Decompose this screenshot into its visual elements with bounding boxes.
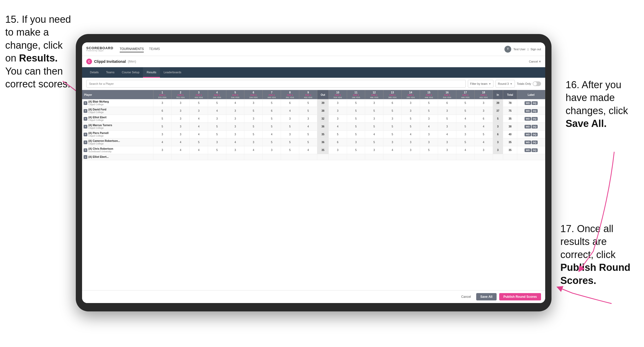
score-cell[interactable]: 5 — [347, 131, 365, 138]
score-cell[interactable]: 3 — [244, 138, 263, 146]
score-cell[interactable]: 3 — [226, 146, 244, 154]
label-button-wd[interactable]: WD — [525, 133, 531, 136]
score-cell[interactable]: 5 — [299, 131, 317, 138]
label-button-wd[interactable]: WD — [525, 148, 531, 152]
score-cell[interactable]: 3 — [263, 146, 281, 154]
score-cell[interactable]: 3 — [365, 115, 383, 123]
score-cell[interactable]: 5 — [263, 123, 281, 131]
score-cell[interactable]: 3 — [401, 138, 420, 146]
nav-tournaments[interactable]: TOURNAMENTS — [120, 46, 144, 52]
score-cell[interactable]: 3 — [171, 131, 190, 138]
score-cell[interactable]: 3 — [329, 99, 347, 107]
round-dropdown[interactable]: Round 3 ▼ — [496, 80, 515, 88]
score-cell[interactable]: 3 — [474, 99, 493, 107]
score-cell[interactable]: 5 — [299, 138, 317, 146]
score-cell[interactable]: 5 — [347, 115, 365, 123]
score-cell[interactable]: 5 — [420, 99, 438, 107]
score-cell[interactable]: 3 — [244, 115, 263, 123]
label-button-dq[interactable]: DQ — [532, 109, 538, 113]
score-cell[interactable]: 6 — [438, 99, 456, 107]
label-button-dq[interactable]: DQ — [532, 133, 538, 136]
score-cell[interactable]: 3 — [190, 107, 208, 115]
score-cell[interactable]: 3 — [420, 115, 438, 123]
score-cell[interactable]: 4 — [190, 123, 208, 131]
label-button-wd[interactable]: WD — [525, 101, 531, 105]
score-cell[interactable]: 5 — [383, 123, 402, 131]
score-cell[interactable]: 3 — [474, 107, 493, 115]
score-cell[interactable]: 5 — [456, 138, 475, 146]
score-cell[interactable]: 5 — [190, 99, 208, 107]
score-cell[interactable]: 4 — [383, 146, 402, 154]
score-cell[interactable]: 4 — [401, 131, 420, 138]
totals-only-switch[interactable] — [533, 81, 541, 86]
score-cell[interactable]: 3 — [299, 115, 317, 123]
score-cell[interactable]: 4 — [171, 146, 190, 154]
label-button-wd[interactable]: WD — [525, 109, 531, 113]
score-cell[interactable]: 3 — [171, 99, 190, 107]
score-cell[interactable]: 3 — [474, 146, 493, 154]
score-cell[interactable]: 5 — [244, 123, 263, 131]
score-cell[interactable]: 3 — [153, 99, 171, 107]
score-cell[interactable]: 3 — [329, 107, 347, 115]
score-cell[interactable]: 4 — [153, 138, 171, 146]
score-table-container[interactable]: Player 1PAR 4370 YDS 2PAR 5511 YDS 3PAR … — [82, 90, 545, 290]
score-cell[interactable]: 4 — [299, 146, 317, 154]
score-cell[interactable]: 6 — [263, 107, 281, 115]
score-cell[interactable]: 4 — [365, 131, 383, 138]
score-cell[interactable]: 3 — [226, 115, 244, 123]
score-cell[interactable]: 4 — [329, 123, 347, 131]
score-cell[interactable]: 5 — [329, 131, 347, 138]
label-button-dq[interactable]: DQ — [532, 141, 538, 144]
tab-course-setup[interactable]: Course Setup — [118, 67, 143, 78]
score-cell[interactable]: 3 — [347, 138, 365, 146]
score-cell[interactable]: 3 — [208, 138, 226, 146]
score-cell[interactable]: 5 — [365, 107, 383, 115]
label-button-dq[interactable]: DQ — [532, 125, 538, 128]
score-cell[interactable]: 5 — [383, 131, 402, 138]
score-cell[interactable]: 3 — [171, 115, 190, 123]
score-cell[interactable]: 5 — [438, 115, 456, 123]
score-cell[interactable]: 3 — [438, 123, 456, 131]
score-cell[interactable]: 5 — [347, 123, 365, 131]
score-cell[interactable]: 5 — [208, 146, 226, 154]
score-cell[interactable]: 5 — [456, 99, 475, 107]
score-cell[interactable]: 3 — [171, 107, 190, 115]
score-cell[interactable]: 5 — [365, 123, 383, 131]
tournament-cancel-button[interactable]: Cancel ✕ — [529, 60, 541, 63]
score-cell[interactable]: 5 — [244, 107, 263, 115]
score-cell[interactable]: 5 — [299, 107, 317, 115]
search-input[interactable] — [86, 80, 466, 88]
score-cell[interactable]: 5 — [347, 107, 365, 115]
score-cell[interactable]: 5 — [383, 107, 402, 115]
score-cell[interactable]: 3 — [153, 146, 171, 154]
label-button-wd[interactable]: WD — [525, 125, 531, 128]
score-cell[interactable]: 5 — [456, 107, 475, 115]
score-cell[interactable]: 3 — [329, 115, 347, 123]
score-cell[interactable]: 3 — [401, 146, 420, 154]
score-cell[interactable]: 4 — [420, 123, 438, 131]
score-cell[interactable]: 3 — [208, 115, 226, 123]
score-cell[interactable]: 6 — [329, 138, 347, 146]
tab-details[interactable]: Details — [86, 67, 102, 78]
score-cell[interactable]: 5 — [420, 146, 438, 154]
tab-teams[interactable]: Teams — [102, 67, 118, 78]
score-cell[interactable]: 5 — [263, 99, 281, 107]
score-cell[interactable]: 5 — [190, 138, 208, 146]
score-cell[interactable]: 4 — [474, 138, 493, 146]
cancel-action-button[interactable]: Cancel — [458, 293, 473, 300]
score-cell[interactable]: 4 — [474, 123, 493, 131]
score-cell[interactable]: 5 — [153, 123, 171, 131]
nav-teams[interactable]: TEAMS — [149, 46, 160, 52]
score-cell[interactable]: 3 — [153, 131, 171, 138]
score-cell[interactable]: 5 — [474, 131, 493, 138]
score-cell[interactable]: 6 — [474, 115, 493, 123]
score-cell[interactable]: 5 — [365, 138, 383, 146]
score-cell[interactable]: 4 — [226, 138, 244, 146]
score-cell[interactable]: 4 — [456, 146, 475, 154]
score-cell[interactable]: 5 — [263, 138, 281, 146]
score-cell[interactable]: 3 — [329, 146, 347, 154]
score-cell[interactable]: 3 — [244, 99, 263, 107]
score-cell[interactable]: 5 — [401, 123, 420, 131]
score-cell[interactable]: 3 — [438, 146, 456, 154]
score-cell[interactable]: 3 — [420, 138, 438, 146]
